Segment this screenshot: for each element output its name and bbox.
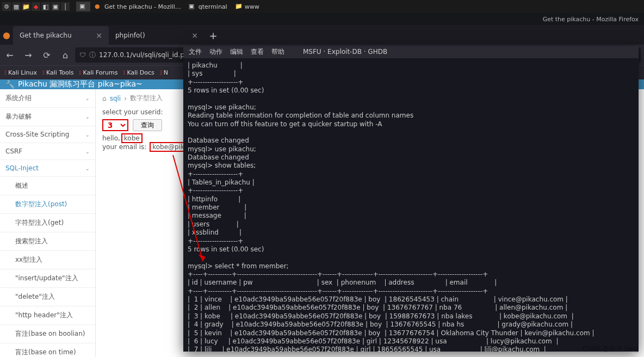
menu-help[interactable]: 帮助 — [271, 48, 284, 56]
bookmark-item[interactable]: ⟟N — [160, 69, 168, 76]
sidebar-item-label: SQL-Inject — [5, 164, 39, 172]
tray-icon[interactable]: ▣ — [51, 2, 60, 11]
sidebar-item[interactable]: xx型注入 — [0, 251, 95, 269]
forward-button[interactable]: → — [22, 50, 35, 60]
sidebar-item-label: 暴力破解 — [5, 112, 32, 121]
tray-icon[interactable]: ▦ — [12, 2, 21, 11]
sidebar-nav: 系统介绍⌄暴力破解⌄Cross-Site Scripting⌄CSRF⌄SQL-… — [0, 89, 96, 357]
sidebar-item-label: 系统介绍 — [5, 94, 32, 103]
home-button[interactable]: ⌂ — [59, 50, 72, 60]
crumb-sqli[interactable]: sqli — [110, 95, 121, 102]
sidebar-item-label: 搜索型注入 — [15, 237, 48, 246]
sidebar-item[interactable]: 数字型注入(post) — [0, 195, 95, 214]
taskbar-app-qterminal[interactable]: ▣qterminal — [185, 2, 231, 11]
sidebar-item-label: 数字型注入(post) — [15, 200, 67, 209]
back-button[interactable]: ← — [3, 50, 16, 60]
sidebar-item[interactable]: 系统介绍⌄ — [0, 89, 95, 108]
tab-title: Get the pikachu — [20, 32, 72, 39]
sidebar-item-label: "insert/update"注入 — [15, 274, 78, 283]
tab-pikachu[interactable]: Get the pikachu × — [13, 26, 109, 45]
tray-icon[interactable]: │ — [61, 2, 70, 11]
taskbar-apps: ▣ ●Get the pikachu - Mozill… ▣qterminal … — [76, 2, 263, 11]
kali-icon: ⟟ — [79, 69, 81, 76]
tray-icon[interactable]: 📁 — [22, 2, 30, 11]
folder-icon: 📁 — [235, 3, 243, 10]
tray-icon[interactable]: ◧ — [41, 2, 50, 11]
sidebar-item[interactable]: 字符型注入(get) — [0, 214, 95, 232]
bookmark-item[interactable]: ⟟Kali Tools — [42, 69, 73, 76]
sidebar-item[interactable]: Cross-Site Scripting⌄ — [0, 126, 95, 143]
wrench-icon: 🔧 — [5, 80, 15, 89]
taskbar-app-terminal[interactable]: ▣ — [76, 2, 90, 11]
sidebar-item-label: 盲注(base on time) — [15, 348, 76, 357]
taskbar-app-firefox[interactable]: ●Get the pikachu - Mozill… — [91, 2, 184, 11]
taskbar-app-label: qterminal — [199, 3, 227, 10]
kali-icon: ⟟ — [42, 69, 45, 76]
url-text: 127.0.0.1/vul/sqli/sqli_id.php — [99, 51, 193, 59]
sidebar-item-label: Cross-Site Scripting — [5, 131, 69, 138]
sidebar-item[interactable]: 暴力破解⌄ — [0, 108, 95, 126]
sidebar-item-label: 概述 — [15, 181, 28, 190]
sidebar-item-label: xx型注入 — [15, 255, 42, 264]
sidebar-item[interactable]: 概述 — [0, 177, 95, 195]
tray-icon[interactable]: ⚙ — [2, 2, 11, 11]
chevron-down-icon: ⌄ — [85, 114, 90, 120]
terminal-output[interactable]: | pikachu | | sys | +-------------------… — [183, 58, 639, 352]
taskbar-app-files[interactable]: 📁www — [232, 2, 263, 11]
terminal-window[interactable]: 文件 动作 编辑 查看 帮助 MSFU · Exploit-DB · GHDB … — [183, 46, 639, 352]
bookmark-item[interactable]: ⟟Kali Linux — [4, 69, 37, 76]
bookmark-item[interactable]: ⟟Kali Docs — [123, 69, 154, 76]
close-icon[interactable]: × — [191, 31, 198, 40]
query-button[interactable]: 查询 — [133, 119, 162, 131]
sidebar-item-label: 盲注(base on boolian) — [15, 329, 85, 338]
kali-icon: ⟟ — [4, 69, 7, 76]
firefox-icon: ● — [95, 3, 102, 10]
sidebar-item-label: CSRF — [5, 147, 22, 155]
sidebar-item[interactable]: "insert/update"注入 — [0, 269, 95, 288]
sidebar-item[interactable]: CSRF⌄ — [0, 143, 95, 160]
shield-icon[interactable]: 🛡 — [79, 51, 86, 59]
tab-phpinfo[interactable]: phpinfo() × — [109, 26, 205, 45]
terminal-icon: ▣ — [79, 3, 87, 10]
chevron-down-icon: ⌄ — [85, 165, 90, 171]
hello-value: kobe — [121, 133, 143, 143]
sidebar-item-label: 字符型注入(get) — [15, 218, 64, 227]
sidebar-item-label: "http header"注入 — [15, 311, 73, 320]
sidebar-item[interactable]: 盲注(base on boolian) — [0, 325, 95, 343]
watermark: CSDN @秋月 dang — [582, 344, 639, 354]
sidebar-item[interactable]: "delete"注入 — [0, 288, 95, 306]
chevron-down-icon: ⌄ — [85, 132, 90, 138]
bookmark-item[interactable]: ⟟Kali Forums — [79, 69, 117, 76]
close-icon[interactable]: × — [96, 31, 102, 40]
new-tab-button[interactable]: + — [205, 26, 222, 45]
crumb-leaf: 数字型注入 — [130, 94, 163, 103]
taskbar-app-label: www — [245, 3, 259, 10]
menu-edit[interactable]: 编辑 — [230, 48, 243, 56]
menu-file[interactable]: 文件 — [189, 48, 202, 56]
tray-icon[interactable]: ◆ — [32, 2, 40, 11]
taskbar-app-label: Get the pikachu - Mozill… — [104, 3, 181, 10]
nav-buttons: ← → ⟳ ⌂ — [3, 50, 72, 60]
menu-view[interactable]: 查看 — [251, 48, 264, 56]
userid-select[interactable]: 3 — [102, 119, 128, 131]
sidebar-item[interactable]: SQL-Inject⌄ — [0, 160, 95, 177]
chevron-down-icon: ⌄ — [85, 149, 90, 155]
window-titlebar: Get the pikachu - Mozilla Firefox — [0, 13, 644, 25]
sidebar-item-label: "delete"注入 — [15, 292, 55, 301]
chevron-down-icon: ⌄ — [85, 95, 90, 101]
sidebar-item[interactable]: 搜索型注入 — [0, 232, 95, 251]
menu-action[interactable]: 动作 — [209, 48, 222, 56]
tab-title: phpinfo() — [115, 32, 145, 39]
os-taskbar: ⚙ ▦ 📁 ◆ ◧ ▣ │ ▣ ●Get the pikachu - Mozil… — [0, 0, 644, 13]
kali-icon: ⟟ — [160, 69, 162, 76]
kali-icon: ⟟ — [123, 69, 125, 76]
sidebar-item[interactable]: 盲注(base on time) — [0, 343, 95, 357]
home-icon[interactable]: ⌂ — [102, 95, 107, 102]
reload-button[interactable]: ⟳ — [40, 50, 53, 60]
taskbar-tray: ⚙ ▦ 📁 ◆ ◧ ▣ │ — [0, 2, 72, 11]
sidebar-item[interactable]: "http header"注入 — [0, 306, 95, 325]
site-info-icon[interactable]: ⓘ — [89, 51, 96, 60]
firefox-app-icon: ● — [0, 25, 13, 45]
tabstrip: ● Get the pikachu × phpinfo() × + — [0, 25, 644, 45]
window-title: Get the pikachu - Mozilla Firefox — [543, 16, 639, 23]
